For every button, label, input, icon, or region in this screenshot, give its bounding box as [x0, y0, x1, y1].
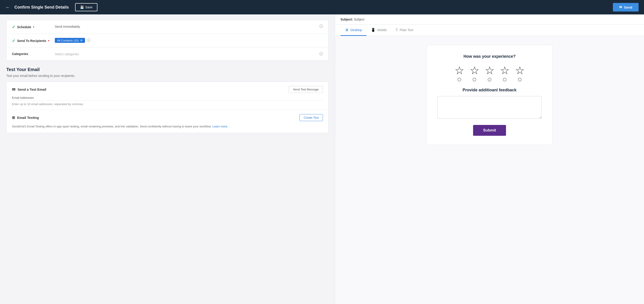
subject-bar: Subject: Subject: [335, 14, 644, 24]
app-header: ← Confirm Single Send Details 💾 Save ✉ S…: [0, 0, 644, 14]
desktop-icon: 🖥: [345, 28, 348, 32]
recipients-info-icon[interactable]: ⓘ: [87, 38, 90, 43]
test-card: ✉ Send a Test Email Send Test Message Em…: [6, 82, 328, 133]
plain-text-icon: T: [396, 28, 398, 32]
test-section-title: Test Your Email: [6, 67, 328, 72]
recipients-label-text: Send To Recipients: [17, 39, 46, 42]
mobile-icon: 📱: [371, 28, 376, 32]
email-addresses-label: Email Addresses: [12, 96, 323, 100]
feedback-title: Provide additioanl feedback: [438, 88, 542, 92]
recipients-row: ✓ Send To Recipients • All Contacts (10)…: [6, 34, 328, 48]
grid-icon: ⊞: [12, 116, 15, 120]
subject-value: Subject: [354, 18, 364, 21]
star-radio-5[interactable]: [518, 78, 522, 82]
categories-label: Categories: [12, 52, 55, 56]
email-preview-content: How was your experience? ☆ ☆ ☆: [426, 45, 553, 145]
create-test-button[interactable]: Create Test: [300, 114, 323, 121]
star-2: ☆: [470, 65, 480, 82]
tab-plain-text[interactable]: T Plain Text: [391, 24, 418, 36]
recipients-tag-label: All Contacts (10): [57, 39, 79, 42]
send-test-title-text: Send a Test Email: [18, 88, 46, 91]
subject-label: Subject:: [340, 18, 353, 21]
star-icon-3[interactable]: ☆: [485, 65, 494, 76]
email-input-hint: Enter up to 10 email addresses, separate…: [12, 100, 323, 106]
categories-label-text: Categories: [12, 52, 28, 56]
schedule-info-icon[interactable]: ⓘ: [319, 24, 323, 29]
email-testing-section: ⊞ Email Testing Create Test SendGrid's E…: [6, 110, 328, 133]
categories-value: Select categories ⓘ: [55, 52, 323, 56]
categories-row: Categories Select categories ⓘ: [6, 48, 328, 60]
send-test-header: ✉ Send a Test Email Send Test Message: [12, 86, 323, 93]
envelope-icon: ✉: [12, 87, 15, 92]
email-question: How was your experience?: [438, 54, 542, 59]
star-icon-1[interactable]: ☆: [454, 65, 464, 76]
send-test-title-row: ✉ Send a Test Email: [12, 87, 46, 92]
tab-mobile[interactable]: 📱 Mobile: [366, 24, 391, 36]
preview-area: How was your experience? ☆ ☆ ☆: [335, 36, 644, 304]
recipients-required-dot: •: [48, 39, 50, 43]
star-5: ☆: [515, 65, 525, 82]
back-button[interactable]: ←: [6, 5, 10, 10]
schedule-row: ✓ Schedule • Send Immediately ⓘ: [6, 20, 328, 34]
email-testing-header: ⊞ Email Testing Create Test: [12, 114, 323, 121]
page-title: Confirm Single Send Details: [14, 5, 69, 10]
settings-form-card: ✓ Schedule • Send Immediately ⓘ ✓ Send T…: [6, 20, 328, 61]
star-icon-5[interactable]: ☆: [515, 65, 525, 76]
recipients-tag-remove-icon[interactable]: ✕: [80, 38, 83, 42]
left-panel: ✓ Schedule • Send Immediately ⓘ ✓ Send T…: [0, 14, 335, 304]
back-arrow-icon: ←: [6, 5, 10, 10]
save-icon: 💾: [80, 6, 84, 9]
save-label: Save: [85, 6, 92, 9]
star-radio-4[interactable]: [503, 78, 506, 82]
learn-more-link[interactable]: Learn more.: [212, 125, 228, 128]
schedule-label: ✓ Schedule •: [12, 24, 55, 30]
star-icon-2[interactable]: ☆: [470, 65, 480, 76]
email-testing-desc: SendGrid's Email Testing offers in-app s…: [12, 124, 323, 129]
send-button[interactable]: ✉ Send: [613, 3, 638, 12]
schedule-required-dot: •: [33, 25, 34, 29]
schedule-value-text: Send Immediately: [55, 25, 318, 28]
send-label: Send: [624, 6, 632, 9]
recipients-value: All Contacts (10) ✕ ⓘ: [55, 38, 323, 43]
tab-plain-text-label: Plain Text: [400, 28, 413, 32]
stars-row: ☆ ☆ ☆ ☆ ☆: [438, 65, 542, 82]
schedule-label-text: Schedule: [17, 25, 31, 29]
categories-info-icon[interactable]: ⓘ: [319, 52, 323, 56]
star-radio-1[interactable]: [458, 78, 461, 82]
recipients-check-icon: ✓: [12, 38, 15, 43]
star-icon-4[interactable]: ☆: [500, 65, 510, 76]
categories-placeholder[interactable]: Select categories: [55, 52, 318, 56]
send-test-section: ✉ Send a Test Email Send Test Message Em…: [6, 82, 328, 110]
star-3: ☆: [485, 65, 494, 82]
recipients-tag-chip[interactable]: All Contacts (10) ✕: [55, 38, 85, 43]
email-testing-title-row: ⊞ Email Testing: [12, 116, 39, 120]
email-testing-title-text: Email Testing: [17, 116, 39, 120]
recipients-label: ✓ Send To Recipients •: [12, 38, 55, 43]
send-icon: ✉: [619, 5, 622, 9]
save-button[interactable]: 💾 Save: [75, 3, 98, 11]
test-section-subtitle: Test your email before sending to your r…: [6, 74, 328, 78]
tab-desktop-label: Desktop: [350, 28, 362, 32]
send-test-message-button[interactable]: Send Test Message: [289, 86, 323, 93]
schedule-value: Send Immediately ⓘ: [55, 24, 323, 29]
tab-desktop[interactable]: 🖥 Desktop: [340, 24, 366, 36]
star-radio-2[interactable]: [473, 78, 476, 82]
right-panel: Subject: Subject 🖥 Desktop 📱 Mobile T Pl…: [335, 14, 644, 304]
schedule-check-icon: ✓: [12, 24, 15, 30]
star-4: ☆: [500, 65, 510, 82]
feedback-textarea[interactable]: [438, 96, 542, 118]
tab-mobile-label: Mobile: [377, 28, 386, 32]
preview-tabs: 🖥 Desktop 📱 Mobile T Plain Text: [335, 24, 644, 36]
star-1: ☆: [454, 65, 464, 82]
main-layout: ✓ Schedule • Send Immediately ⓘ ✓ Send T…: [0, 14, 644, 304]
submit-button[interactable]: Submit: [473, 125, 506, 136]
star-radio-3[interactable]: [488, 78, 491, 82]
